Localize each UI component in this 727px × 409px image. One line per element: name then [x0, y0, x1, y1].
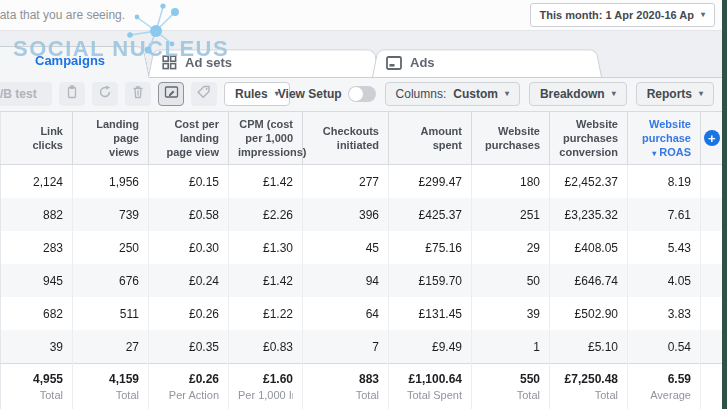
plus-icon: +: [708, 132, 716, 145]
toggle-knob: [349, 87, 363, 101]
ad-sets-grid-icon: [162, 55, 177, 70]
roas-header-line1: Website purchase: [642, 118, 691, 144]
cell-roas: 3.83: [628, 297, 701, 330]
col-header-cost-per-lpv[interactable]: Cost per landing page view: [149, 112, 229, 165]
cell-purchases-conversion: £5.10: [550, 330, 628, 364]
tag-icon: [197, 85, 211, 103]
table-row: 882 739 £0.58 £2.26 396 £425.37 251 £3,2…: [1, 198, 723, 231]
refresh-icon: [98, 85, 112, 103]
cell-amount-spent: £159.70: [389, 264, 472, 297]
chevron-down-icon: ▾: [699, 90, 703, 98]
date-range-button[interactable]: This month: 1 Apr 2020-16 Ap ▾: [530, 3, 715, 27]
breakdown-label: Breakdown: [540, 87, 605, 101]
cell-roas: 7.61: [628, 198, 701, 231]
cell-amount-spent: £299.47: [389, 165, 472, 199]
cell-purchases: 251: [472, 198, 550, 231]
chevron-down-icon: ▾: [612, 90, 616, 98]
cell-cpm: £1.30: [229, 231, 303, 264]
col-header-purchases-conversion[interactable]: Website purchases conversion: [550, 112, 628, 165]
reports-button[interactable]: Reports ▾: [636, 82, 714, 106]
table-row: 945 676 £0.24 £1.42 94 £159.70 50 £646.7…: [1, 264, 723, 297]
cell-cost-per-lpv: £0.58: [149, 198, 229, 231]
add-column-header: +: [701, 112, 723, 165]
add-column-button[interactable]: +: [704, 130, 720, 146]
cell-empty: [701, 198, 723, 231]
total-cost-per-lpv: £0.26 Per Action: [149, 364, 229, 409]
total-cpm: £1.60 Per 1,000 Impr...: [229, 364, 303, 409]
cell-purchases-conversion: £3,235.32: [550, 198, 628, 231]
total-checkouts: 883 Total: [303, 364, 389, 409]
cell-cpm: £1.42: [229, 165, 303, 199]
cell-landing-page-views: 250: [73, 231, 149, 264]
cell-landing-page-views: 511: [73, 297, 149, 330]
total-landing-page-views: 4,159 Total: [73, 364, 149, 409]
roas-header-line2: ROAS: [659, 146, 691, 158]
total-link-clicks: 4,955 Total: [1, 364, 73, 409]
tab-campaigns[interactable]: Campaigns: [0, 44, 150, 77]
cell-checkouts: 45: [303, 231, 389, 264]
metrics-table: Link clicks Landing page views Cost per …: [0, 111, 722, 409]
cell-link-clicks: 945: [1, 264, 73, 297]
tab-ads[interactable]: Ads: [372, 48, 602, 77]
cell-purchases: 50: [472, 264, 550, 297]
edit-button[interactable]: [158, 82, 184, 106]
trash-icon: [131, 85, 145, 103]
columns-button[interactable]: Columns: Custom ▾: [385, 82, 520, 106]
col-header-amount-spent[interactable]: Amount spent: [389, 112, 472, 165]
cell-link-clicks: 682: [1, 297, 73, 330]
col-header-landing-page-views[interactable]: Landing page views: [73, 112, 149, 165]
cell-cost-per-lpv: £0.15: [149, 165, 229, 199]
header-row: Link clicks Landing page views Cost per …: [1, 112, 723, 165]
cell-empty: [701, 165, 723, 199]
view-setup-toggle[interactable]: [348, 86, 376, 102]
cell-checkouts: 94: [303, 264, 389, 297]
cell-cost-per-lpv: £0.30: [149, 231, 229, 264]
cell-cpm: £1.22: [229, 297, 303, 330]
cell-link-clicks: 283: [1, 231, 73, 264]
cell-purchases-conversion: £408.05: [550, 231, 628, 264]
cell-link-clicks: 882: [1, 198, 73, 231]
cell-landing-page-views: 739: [73, 198, 149, 231]
cell-roas: 8.19: [628, 165, 701, 199]
cell-empty: [701, 364, 723, 409]
table-row: 39 27 £0.35 £0.83 7 £9.49 1 £5.10 0.54: [1, 330, 723, 364]
cell-cost-per-lpv: £0.35: [149, 330, 229, 364]
cell-landing-page-views: 676: [73, 264, 149, 297]
edit-icon: [164, 85, 179, 103]
cell-empty: [701, 297, 723, 330]
cell-empty: [701, 330, 723, 364]
total-purchases-conversion: £7,250.48 Total: [550, 364, 628, 409]
reports-label: Reports: [647, 87, 692, 101]
tag-button[interactable]: [191, 82, 217, 106]
col-header-cpm[interactable]: CPM (cost per 1,000 impressions): [229, 112, 303, 165]
col-header-checkouts-initiated[interactable]: Checkouts initiated: [303, 112, 389, 165]
delete-button[interactable]: [125, 82, 151, 106]
ab-test-button[interactable]: A/B test: [0, 82, 52, 106]
tab-ad-sets[interactable]: Ad sets: [148, 48, 380, 77]
columns-prefix: Columns:: [396, 87, 447, 101]
rules-label: Rules: [235, 87, 268, 101]
table-row: 2,124 1,956 £0.15 £1.42 277 £299.47 180 …: [1, 165, 723, 199]
tab-campaigns-label: Campaigns: [35, 53, 105, 68]
table-row: 682 511 £0.26 £1.22 64 £131.45 39 £502.9…: [1, 297, 723, 330]
cell-purchases: 180: [472, 165, 550, 199]
cell-checkouts: 7: [303, 330, 389, 364]
columns-value: Custom: [453, 87, 498, 101]
cell-cost-per-lpv: £0.24: [149, 264, 229, 297]
breakdown-button[interactable]: Breakdown ▾: [529, 82, 627, 106]
cell-amount-spent: £75.16: [389, 231, 472, 264]
cell-amount-spent: £9.49: [389, 330, 472, 364]
total-roas: 6.59 Average: [628, 364, 701, 409]
col-header-website-purchases[interactable]: Website purchases: [472, 112, 550, 165]
screen-edge: [722, 0, 727, 409]
cell-link-clicks: 39: [1, 330, 73, 364]
col-header-link-clicks[interactable]: Link clicks: [1, 112, 73, 165]
col-header-purchase-roas-sorted[interactable]: Website purchase ▾ ROAS: [628, 112, 701, 165]
duplicate-button[interactable]: [59, 82, 85, 106]
cell-roas: 5.43: [628, 231, 701, 264]
cell-empty: [701, 264, 723, 297]
cell-purchases: 1: [472, 330, 550, 364]
top-bar: data that you are seeing. This month: 1 …: [0, 0, 727, 30]
refresh-button[interactable]: [92, 82, 118, 106]
cell-amount-spent: £425.37: [389, 198, 472, 231]
